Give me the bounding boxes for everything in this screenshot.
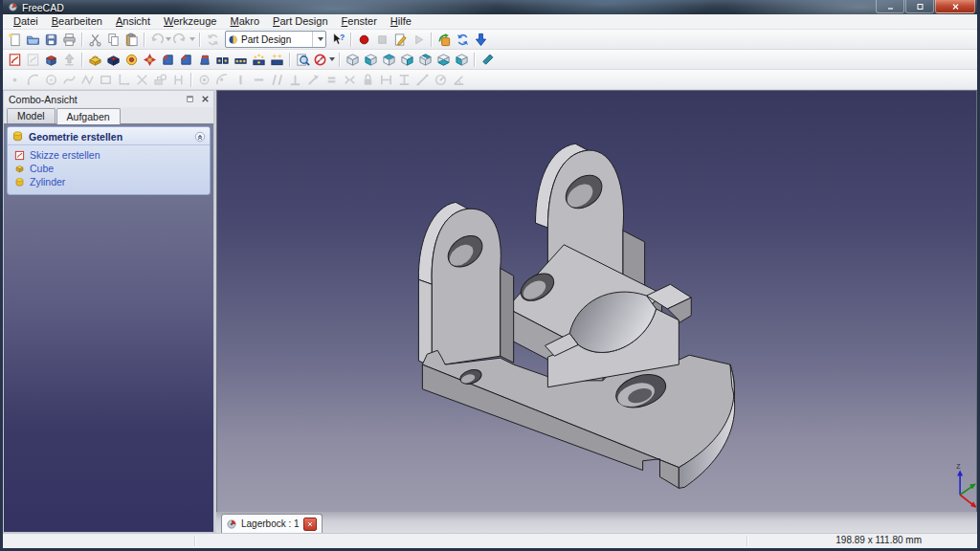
s-external-icon — [153, 73, 167, 87]
menu-bearbeiten[interactable]: Bearbeiten — [45, 14, 109, 29]
macro-play-button[interactable] — [410, 31, 428, 48]
view-left-button[interactable] — [453, 51, 471, 68]
web-download-button[interactable] — [472, 31, 490, 48]
sketch-spline-button[interactable] — [60, 71, 78, 88]
sketch-new-button[interactable] — [6, 51, 24, 68]
macro-record-button[interactable] — [355, 31, 373, 48]
constraint-coincident-button[interactable] — [195, 71, 213, 88]
tab-aufgaben[interactable]: Aufgaben — [56, 108, 121, 124]
sketch-leave-button[interactable] — [60, 51, 78, 68]
sketch-trim-button[interactable] — [133, 71, 151, 88]
view-top-button[interactable] — [380, 51, 398, 68]
cut-button[interactable] — [86, 31, 104, 48]
paste-button[interactable] — [122, 31, 141, 48]
sketch-construction-mode-button[interactable] — [169, 71, 188, 88]
fillet-icon — [161, 53, 175, 67]
redo-button[interactable] — [172, 31, 196, 48]
sketch-edit-button[interactable] — [24, 51, 42, 68]
sketch-map-to-face-button[interactable] — [42, 51, 60, 68]
web-refresh-button[interactable] — [454, 31, 472, 48]
mdi-tab-close-button[interactable] — [303, 518, 317, 531]
undo-button[interactable] — [148, 31, 172, 48]
part-lagerbock[interactable] — [418, 143, 734, 488]
refresh-button[interactable] — [204, 31, 222, 48]
draft-button[interactable] — [195, 51, 213, 68]
combo-view-titlebar[interactable]: Combo-Ansicht — [3, 90, 214, 107]
pad-button[interactable] — [86, 51, 104, 68]
save-file-button[interactable] — [42, 31, 60, 48]
constraint-lock-button[interactable] — [359, 71, 377, 88]
fillet-button[interactable] — [159, 51, 177, 68]
title-bar[interactable]: FreeCAD — [3, 0, 977, 14]
task-box-header[interactable]: Geometrie erstellen — [8, 127, 210, 145]
mirrored-button[interactable] — [213, 51, 232, 68]
macro-edit-button[interactable] — [391, 31, 410, 48]
sketch-external-geometry-button[interactable] — [151, 71, 169, 88]
view-front-button[interactable] — [362, 51, 380, 68]
constraint-tangent-button[interactable] — [304, 71, 323, 88]
polar-pattern-button[interactable] — [250, 51, 268, 68]
draw-style-button[interactable] — [312, 51, 336, 68]
maximize-button[interactable] — [905, 0, 934, 13]
tab-model[interactable]: Model — [7, 108, 56, 123]
multitransform-button[interactable] — [268, 51, 286, 68]
menu-ansicht[interactable]: Ansicht — [109, 14, 157, 29]
constraint-vertical-distance-button[interactable] — [395, 71, 413, 88]
task-cylinder[interactable]: Zylinder — [12, 175, 208, 188]
sketch-polyline-button[interactable] — [78, 71, 97, 88]
workbench-selector-arrow[interactable] — [312, 32, 325, 47]
view-rear-button[interactable] — [416, 51, 434, 68]
pocket-button[interactable] — [104, 51, 122, 68]
constraint-symmetric-button[interactable] — [341, 71, 359, 88]
constraint-angle-button[interactable] — [450, 71, 468, 88]
task-create-sketch[interactable]: Skizze erstellen — [12, 148, 208, 162]
collapse-button[interactable] — [194, 131, 206, 143]
view-bottom-button[interactable] — [434, 51, 453, 68]
workbench-selector[interactable]: Part Design — [225, 31, 326, 48]
view-right-button[interactable] — [398, 51, 416, 68]
dock-close-button[interactable] — [198, 93, 212, 105]
menu-hilfe[interactable]: Hilfe — [384, 14, 418, 29]
task-cube[interactable]: Cube — [12, 162, 208, 175]
whats-this-button[interactable] — [329, 31, 347, 48]
menu-part-design[interactable]: Part Design — [266, 14, 334, 29]
menu-werkzeuge[interactable]: Werkzeuge — [157, 14, 223, 29]
sketch-point-button[interactable] — [6, 71, 24, 88]
groove-button[interactable] — [141, 51, 159, 68]
open-file-button[interactable] — [24, 31, 42, 48]
print-button[interactable] — [60, 31, 78, 48]
constraint-distance-button[interactable] — [413, 71, 432, 88]
copy-button[interactable] — [104, 31, 122, 48]
macro-stop-button[interactable] — [373, 31, 391, 48]
new-file-button[interactable] — [6, 31, 24, 48]
zoom-fit-all-button[interactable] — [294, 51, 312, 68]
minimize-button[interactable] — [876, 0, 904, 13]
sketch-arc-button[interactable] — [24, 71, 42, 88]
workbench-icon — [228, 34, 238, 45]
constraint-equal-button[interactable] — [323, 71, 341, 88]
dock-float-button[interactable] — [183, 93, 196, 105]
constraint-parallel-button[interactable] — [268, 71, 286, 88]
menu-datei[interactable]: Datei — [7, 14, 45, 29]
measure-distance-button[interactable] — [479, 51, 497, 68]
constraint-perpendicular-button[interactable] — [286, 71, 304, 88]
constraint-vertical-button[interactable] — [232, 71, 250, 88]
sketch-rectangle-button[interactable] — [97, 71, 115, 88]
revolution-button[interactable] — [122, 51, 141, 68]
web-browser-button[interactable] — [435, 31, 454, 48]
3d-viewport[interactable]: Z Y X — [216, 90, 977, 512]
constraint-point-on-object-button[interactable] — [213, 71, 232, 88]
sketch-fillet-button[interactable] — [115, 71, 133, 88]
constraint-radius-button[interactable] — [432, 71, 450, 88]
constraint-horizontal-button[interactable] — [250, 71, 268, 88]
sketch-circle-button[interactable] — [42, 71, 60, 88]
menu-fenster[interactable]: Fenster — [335, 14, 384, 29]
mdi-tab-lagerbock[interactable]: Lagerbock : 1 — [221, 514, 323, 533]
chamfer-button[interactable] — [177, 51, 195, 68]
copy-icon — [106, 33, 121, 47]
menu-makro[interactable]: Makro — [223, 14, 266, 29]
view-axonometric-button[interactable] — [344, 51, 362, 68]
close-button[interactable] — [935, 0, 975, 13]
constraint-horizontal-distance-button[interactable] — [377, 71, 395, 88]
linear-pattern-button[interactable] — [232, 51, 250, 68]
